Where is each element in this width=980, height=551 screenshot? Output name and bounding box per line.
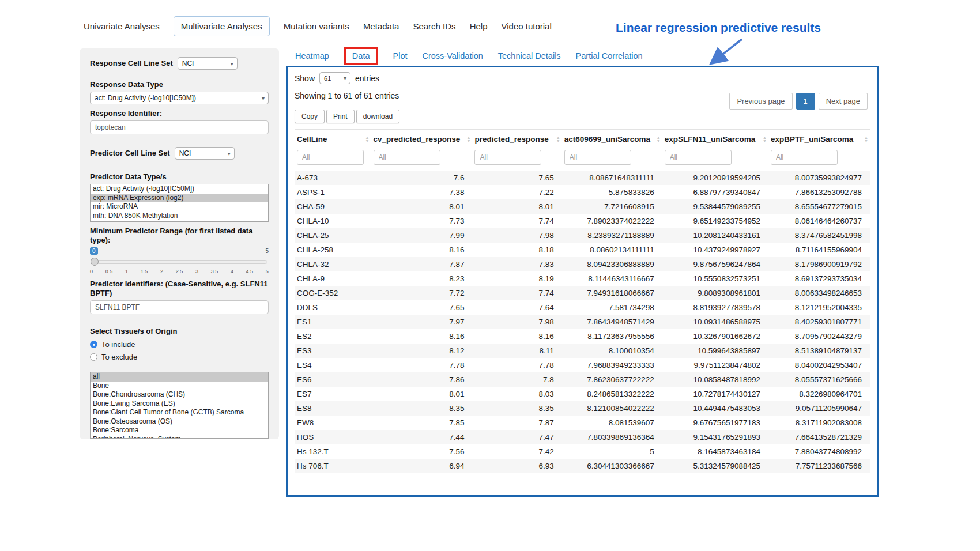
sort-desc-icon: ▼ — [467, 139, 471, 143]
tab-partial-correlation[interactable]: Partial Correlation — [576, 51, 643, 61]
top-nav: Univariate AnalysesMultivariate Analyses… — [84, 16, 566, 36]
column-header-act609699-unisarcoma[interactable]: act609699_uniSarcoma▲▼ — [562, 130, 662, 149]
cell-value: 8.19 — [472, 271, 561, 286]
sort-icon[interactable]: ▲▼ — [556, 136, 560, 143]
copy-button[interactable]: Copy — [295, 110, 325, 123]
column-header-cellline[interactable]: CellLine▲▼ — [295, 130, 371, 149]
filter-input-expslfn11-unisarcoma[interactable] — [665, 150, 732, 165]
cell-value: 8.08602134111111 — [562, 243, 662, 257]
cell-value: 7.86230637722222 — [562, 372, 662, 387]
slider-handle[interactable] — [91, 258, 99, 266]
tab-cross-validation[interactable]: Cross-Validation — [422, 51, 483, 61]
slider-tick-label: 1.5 — [141, 269, 148, 274]
control-sidebar: Response Cell Line Set NCI ▾ Response Da… — [80, 48, 279, 439]
current-page-button[interactable]: 1 — [796, 93, 815, 110]
cell-value: 9.97511238474802 — [662, 358, 768, 372]
column-header-expslfn11-unisarcoma[interactable]: expSLFN11_uniSarcoma▲▼ — [662, 130, 768, 149]
tissue-option-peripheral-nervous-system[interactable]: Peripheral_Nervous_System — [91, 435, 268, 439]
predictor-identifiers-input[interactable] — [90, 300, 269, 314]
tab-technical-details[interactable]: Technical Details — [498, 51, 561, 61]
nav-item-search-ids[interactable]: Search IDs — [413, 17, 455, 36]
cell-value: 7.98 — [472, 315, 561, 329]
column-header-expbptf-unisarcoma[interactable]: expBPTF_uniSarcoma▲▼ — [768, 130, 870, 149]
tissue-option-bone-osteosarcoma-os[interactable]: Bone:Osteosarcoma (OS) — [91, 417, 268, 427]
predictor-cell-line-set-select[interactable]: NCI ▾ — [175, 147, 235, 160]
sort-icon[interactable]: ▲▼ — [864, 136, 868, 143]
cell-value: 5.875833826 — [562, 185, 662, 199]
sort-icon[interactable]: ▲▼ — [763, 136, 767, 143]
cell-value: 8.35 — [472, 401, 561, 416]
table-row: DDLS7.657.647.5817342988.819392778395788… — [295, 300, 870, 315]
tissue-option-bone[interactable]: Bone — [91, 382, 268, 391]
filter-input-predicted-response[interactable] — [474, 150, 541, 165]
sort-icon[interactable]: ▲▼ — [467, 136, 471, 143]
tab-data[interactable]: Data — [344, 47, 378, 65]
nav-item-univariate-analyses[interactable]: Univariate Analyses — [84, 17, 160, 36]
nav-item-mutation-variants[interactable]: Mutation variants — [284, 17, 349, 36]
response-data-type-select[interactable]: act: Drug Activity (-log10[IC50M]) ▾ — [90, 92, 269, 104]
tissue-list[interactable]: allBoneBone:Chondrosarcoma (CHS)Bone:Ewi… — [90, 372, 269, 439]
cell-line-name: CHLA-10 — [295, 214, 371, 228]
tissue-option-bone-sarcoma[interactable]: Bone:Sarcoma — [91, 426, 268, 435]
show-entries-suffix: entries — [355, 74, 379, 83]
slider-tick-label: 3.5 — [211, 269, 218, 274]
cell-value: 6.94 — [371, 459, 473, 473]
nav-item-video-tutorial[interactable]: Video tutorial — [501, 17, 551, 36]
cell-value: 5.31324579088425 — [662, 459, 768, 473]
tab-heatmap[interactable]: Heatmap — [295, 51, 329, 61]
filter-input-cellline[interactable] — [297, 150, 364, 165]
cell-value: 8.70957902443279 — [768, 329, 870, 344]
cell-value: 10.7278174430127 — [662, 387, 768, 401]
cell-line-name: ES2 — [295, 329, 371, 344]
tissue-option-bone-chondrosarcoma-chs[interactable]: Bone:Chondrosarcoma (CHS) — [91, 390, 268, 399]
cell-line-name: ES4 — [295, 358, 371, 372]
next-page-button[interactable]: Next page — [819, 93, 868, 110]
cell-value: 8.12121952004335 — [768, 300, 870, 315]
chevron-down-icon: ▾ — [228, 150, 231, 157]
response-data-type-label: Response Data Type — [90, 80, 269, 89]
print-button[interactable]: Print — [326, 110, 355, 123]
tissue-option-bone-ewing-sarcoma-es[interactable]: Bone:Ewing Sarcoma (ES) — [91, 399, 268, 409]
cell-line-name: COG-E-352 — [295, 286, 371, 300]
list-option-mth-dna-850k-methylation[interactable]: mth: DNA 850K Methylation — [91, 212, 268, 221]
entries-count-select[interactable]: 61 ▾ — [319, 72, 350, 84]
slider-ticks: 00.511.522.533.544.55 — [90, 269, 269, 274]
cell-value: 8.01 — [472, 199, 561, 214]
nav-item-help[interactable]: Help — [470, 17, 488, 36]
filter-input-expbptf-unisarcoma[interactable] — [771, 150, 838, 165]
tissue-include-radio[interactable] — [90, 341, 97, 348]
previous-page-button[interactable]: Previous page — [729, 93, 792, 110]
response-data-type-value: act: Drug Activity (-log10[IC50M]) — [95, 94, 196, 102]
table-row: ES17.977.987.8643494857142910.0931486588… — [295, 315, 870, 329]
cell-value: 7.89023374022222 — [562, 214, 662, 228]
tissue-exclude-radio[interactable] — [90, 353, 97, 361]
response-identifier-input[interactable] — [90, 120, 269, 134]
cell-value: 7.86434948571429 — [562, 315, 662, 329]
tissue-option-all[interactable]: all — [91, 372, 268, 382]
column-header-predicted-response[interactable]: predicted_response▲▼ — [472, 130, 561, 149]
cell-value: 7.78 — [371, 358, 473, 372]
tab-plot[interactable]: Plot — [393, 51, 407, 61]
cell-value: 7.94931618066667 — [562, 286, 662, 300]
list-option-exp-mrna-expression-log2[interactable]: exp: mRNA Expression (log2) — [91, 194, 268, 203]
sort-icon[interactable]: ▲▼ — [657, 136, 661, 143]
filter-input-act609699-unisarcoma[interactable] — [564, 150, 631, 165]
cell-value: 8.23893271188889 — [562, 228, 662, 243]
cell-line-name: CHLA-32 — [295, 257, 371, 271]
response-cell-line-set-select[interactable]: NCI ▾ — [178, 57, 238, 70]
download-button[interactable]: download — [356, 110, 399, 123]
predictor-data-type-list[interactable]: act: Drug Activity (-log10[IC50M])exp: m… — [90, 184, 269, 222]
table-filter-row — [295, 149, 870, 171]
cell-value: 9.05711205990647 — [768, 401, 870, 416]
nav-item-metadata[interactable]: Metadata — [363, 17, 399, 36]
sort-icon[interactable]: ▲▼ — [365, 136, 370, 143]
nav-item-multivariate-analyses[interactable]: Multivariate Analyses — [174, 16, 270, 36]
min-predictor-range-label: Minimum Predictor Range (for first liste… — [90, 227, 269, 245]
column-header-cv-predicted-response[interactable]: cv_predicted_response▲▼ — [371, 130, 473, 149]
list-option-act-drug-activity-log10-ic50m[interactable]: act: Drug Activity (-log10[IC50M]) — [91, 184, 268, 194]
list-option-mir-microrna[interactable]: mir: MicroRNA — [91, 202, 268, 212]
tissue-option-bone-giant-cell-tumor-of-bone-gctb-sarcoma[interactable]: Bone:Giant Cell Tumor of Bone (GCTB) Sar… — [91, 408, 268, 417]
slider-track[interactable] — [91, 260, 267, 264]
cell-line-name: ES8 — [295, 401, 371, 416]
filter-input-cv-predicted-response[interactable] — [374, 150, 440, 165]
